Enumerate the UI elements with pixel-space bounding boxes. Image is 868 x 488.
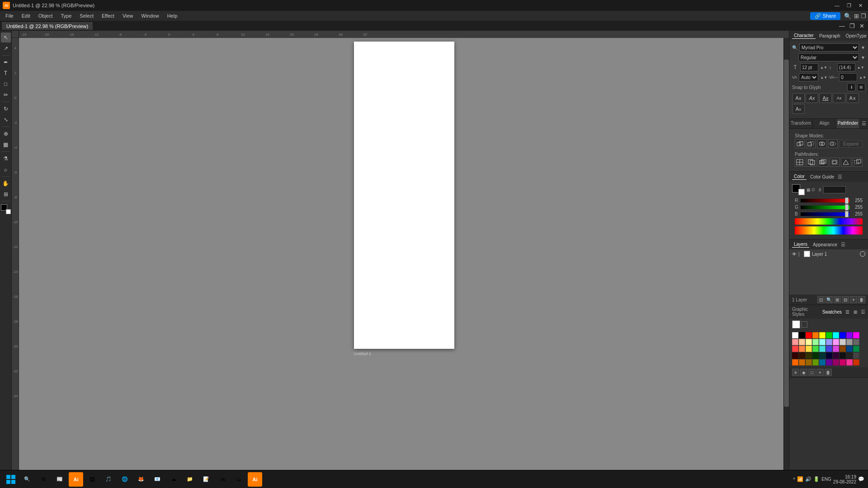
share-button[interactable]: 🔗 Share	[810, 12, 840, 20]
tray-show-hidden-btn[interactable]: ^	[793, 477, 795, 482]
tab-opentype[interactable]: OpenType	[844, 33, 868, 39]
swatch-item-29[interactable]	[853, 346, 859, 352]
layer-find-btn[interactable]: 🔍	[826, 296, 833, 303]
swatch-item-16[interactable]	[833, 339, 839, 345]
swatch-item-7[interactable]	[840, 332, 846, 338]
swatches-list-view-btn[interactable]: ☰	[844, 308, 851, 315]
tab-character[interactable]: Character	[792, 33, 816, 39]
swatch-item-28[interactable]	[846, 346, 853, 352]
glyph-btn-3[interactable]: Ax	[833, 93, 845, 103]
clock-area[interactable]: 16:19 29-08-2022	[833, 474, 856, 484]
swatch-item-49[interactable]	[853, 359, 859, 366]
layer-row-0[interactable]: 👁 | Layer 1	[789, 249, 868, 258]
swatch-item-13[interactable]	[812, 339, 819, 345]
swatch-item-14[interactable]	[819, 339, 826, 345]
swatch-item-5[interactable]	[826, 332, 832, 338]
b-slider[interactable]	[801, 212, 849, 216]
swatch-item-32[interactable]	[806, 352, 812, 359]
tab-align[interactable]: Align	[813, 119, 836, 128]
glyph-btn-4[interactable]: Ax	[846, 93, 859, 103]
menu-edit[interactable]: Edit	[18, 12, 34, 19]
hex-color-input[interactable]: ffffff	[823, 186, 846, 193]
shape-tool[interactable]: □	[1, 79, 11, 89]
swatch-item-42[interactable]	[806, 359, 812, 366]
maximize-btn[interactable]: ❐	[844, 3, 854, 9]
font-style-dropdown-icon[interactable]: ▼	[861, 55, 865, 60]
select-tool[interactable]: ↖	[1, 33, 11, 42]
close-btn[interactable]: ✕	[856, 3, 865, 9]
swatches-panel-menu-icon[interactable]: ☰	[861, 309, 865, 315]
swatch-item-19[interactable]	[853, 339, 859, 345]
show-swatch-kinds-btn[interactable]: ◈	[800, 369, 807, 376]
menu-select[interactable]: Select	[76, 12, 97, 19]
g-slider[interactable]	[801, 206, 849, 209]
fill-stroke-selector[interactable]	[1, 204, 11, 214]
swatches-grid-view-btn[interactable]: ⊞	[852, 308, 859, 315]
taskbar-browser-btn[interactable]: 🌐	[118, 472, 132, 487]
swatch-item-18[interactable]	[846, 339, 853, 345]
tracking-up-icon[interactable]: ▲▼	[859, 75, 866, 80]
leading-input[interactable]	[837, 63, 855, 71]
pen-tool[interactable]: ✒	[1, 57, 11, 67]
tab-paragraph[interactable]: Paragraph	[817, 33, 842, 39]
swatch-item-48[interactable]	[846, 359, 853, 366]
layer-make-clipping-btn[interactable]: ⊡	[817, 296, 825, 303]
color-spectrum-bar[interactable]	[795, 218, 863, 225]
swatch-item-17[interactable]	[840, 339, 846, 345]
swatch-item-33[interactable]	[812, 352, 819, 359]
swatch-item-27[interactable]	[840, 346, 846, 352]
glyph-btn-5[interactable]: Ax	[792, 104, 805, 114]
menu-object[interactable]: Object	[35, 12, 57, 19]
kerning-select[interactable]: Auto	[799, 73, 818, 81]
menu-help[interactable]: Help	[164, 12, 181, 19]
stroke-color-swatch[interactable]	[798, 189, 805, 195]
tab-color-guide[interactable]: Color Guide	[808, 174, 836, 180]
taskbar-onedrive-btn[interactable]: ☁	[166, 472, 181, 487]
hand-tool[interactable]: ✋	[1, 178, 11, 188]
r-slider-thumb[interactable]	[845, 197, 849, 204]
menu-window[interactable]: Window	[138, 12, 163, 19]
search-icon[interactable]: 🔍	[844, 13, 851, 19]
swatch-item-37[interactable]	[840, 352, 846, 359]
tracking-input[interactable]	[839, 73, 857, 81]
layer-lock-icon[interactable]: |	[798, 252, 802, 257]
swatch-item-6[interactable]	[833, 332, 839, 338]
swatch-item-43[interactable]	[812, 359, 819, 366]
menu-effect[interactable]: Effect	[98, 12, 118, 19]
taskbar-firefox-btn[interactable]: 🦊	[134, 472, 148, 487]
layer-eye-icon[interactable]: 👁	[792, 252, 797, 257]
artboard-tool[interactable]: ⊞	[1, 189, 11, 199]
layer-release-btn[interactable]: ⊟	[842, 296, 849, 303]
swatch-item-8[interactable]	[846, 332, 853, 338]
swatch-item-3[interactable]	[812, 332, 819, 338]
font-style-select[interactable]: Regular	[798, 53, 859, 61]
glyph-btn-2[interactable]: Ax	[819, 93, 832, 103]
tab-layers[interactable]: Layers	[792, 241, 809, 248]
tab-swatches[interactable]: Swatches	[822, 310, 842, 314]
taskbar-ai-btn[interactable]: Ai	[69, 472, 83, 487]
menu-file[interactable]: File	[2, 12, 17, 19]
layer-collect-btn[interactable]: ⊞	[834, 296, 841, 303]
exclude-btn[interactable]	[828, 139, 838, 148]
font-family-dropdown-icon[interactable]: ▼	[861, 45, 865, 50]
snap-info-btn[interactable]: ℹ	[847, 83, 855, 91]
swatch-item-12[interactable]	[806, 339, 812, 345]
taskbar-store-btn[interactable]: 🛍	[215, 472, 230, 487]
tray-notification-btn[interactable]: 💬	[858, 476, 864, 482]
delete-swatch-btn[interactable]: 🗑	[825, 369, 832, 376]
canvas-area[interactable]: Untitled-1	[19, 38, 789, 477]
swatch-item-35[interactable]	[826, 352, 832, 359]
b-slider-thumb[interactable]	[845, 211, 849, 217]
trim-btn[interactable]	[807, 158, 817, 167]
tab-close-btn[interactable]: ✕	[858, 23, 866, 29]
zoom-tool[interactable]: ⌕	[1, 164, 11, 174]
eyedropper-tool[interactable]: ⚗	[1, 154, 11, 164]
taskbar-photos-btn[interactable]: 🖼	[85, 472, 99, 487]
leading-up-icon[interactable]: ▲▼	[857, 66, 864, 70]
blend-tool[interactable]: ⊕	[1, 129, 11, 139]
tab-appearance[interactable]: Appearance	[811, 242, 839, 248]
swatch-item-25[interactable]	[826, 346, 832, 352]
g-slider-thumb[interactable]	[845, 204, 849, 211]
taskbar-mail-btn[interactable]: 📧	[150, 472, 165, 487]
scale-tool[interactable]: ⤡	[1, 115, 11, 125]
